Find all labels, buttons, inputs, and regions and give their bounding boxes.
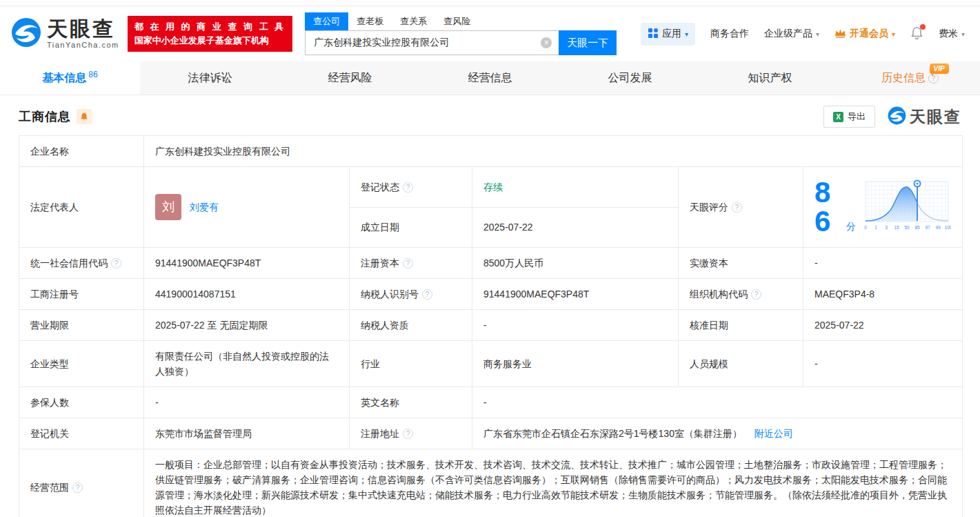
tick-97: 97 — [925, 225, 930, 230]
nav-open-vip[interactable]: 开通会员 ▾ — [834, 28, 895, 40]
tab-intellectual-property[interactable]: 知识产权 — [700, 61, 840, 95]
chevron-down-icon: ▾ — [816, 30, 819, 38]
taxpayer-quality-value: - — [472, 310, 679, 341]
reg-status-label: 登记状态 — [361, 182, 399, 193]
table-row: 统一社会信用代码 91441900MAEQF3P48T 注册资本 8500万人民… — [19, 248, 963, 279]
tianyancha-logo[interactable]: 天眼查 TianYanCha.com — [11, 17, 119, 50]
staff-size-label: 人员规模 — [679, 341, 803, 387]
search-tab-boss[interactable]: 查老板 — [348, 12, 392, 30]
help-icon[interactable] — [111, 258, 121, 269]
tick-15: 15 — [894, 225, 899, 230]
nav-user[interactable]: 费米 ▾ — [939, 28, 965, 40]
chevron-down-icon: ▾ — [892, 30, 895, 38]
credit-code-value: 91441900MAEQF3P48T — [144, 248, 350, 279]
logo-cn: 天眼查 — [47, 19, 119, 39]
username: 费米 — [939, 28, 958, 40]
credit-code-label-cell: 统一社会信用代码 — [19, 248, 144, 279]
credit-code-label: 统一社会信用代码 — [30, 257, 108, 269]
nav-apps-label: 应用 — [662, 28, 681, 40]
company-name-value: 广东创科建投实业控股有限公司 — [144, 136, 963, 167]
help-icon[interactable] — [403, 258, 413, 269]
tab-legal-litigation[interactable]: 法律诉讼 — [140, 61, 280, 95]
insured-label: 参保人数 — [19, 387, 144, 418]
chevron-down-icon: ▾ — [685, 30, 688, 38]
tab-operation-info[interactable]: 经营信息 — [420, 61, 560, 95]
status-badge: 存续 — [483, 182, 503, 193]
search-tab-company[interactable]: 查公司 — [305, 12, 348, 30]
search-tab-risk[interactable]: 查风险 — [435, 12, 479, 30]
tab-history-info-label: 历史信息 — [881, 71, 926, 86]
help-icon[interactable] — [732, 202, 742, 213]
top-strip — [0, 0, 980, 6]
score-unit: 分 — [846, 219, 856, 234]
help-icon[interactable] — [403, 429, 413, 439]
subscribe-bell-icon[interactable] — [77, 109, 92, 124]
nav-enterprise-label: 企业级产品 — [764, 28, 812, 40]
reg-status-value: 存续 — [472, 167, 679, 208]
legal-rep-avatar[interactable]: 刘 — [155, 194, 181, 220]
nav-enterprise[interactable]: 企业级产品 ▾ — [764, 28, 819, 40]
company-tabbar: 基本信息 86 法律诉讼 经营风险 经营信息 公司发展 知识产权 VIP 历史信… — [0, 61, 980, 95]
org-code-value: MAEQF3P4-8 — [803, 279, 963, 310]
search-input[interactable] — [305, 30, 559, 55]
business-scope-label: 经营范围 — [30, 482, 69, 493]
nearby-companies-link[interactable]: 附近公司 — [754, 428, 793, 439]
help-icon[interactable] — [72, 482, 83, 493]
search-button[interactable]: 天眼一下 — [559, 30, 617, 55]
business-term-label: 营业期限 — [19, 310, 144, 341]
taxpayer-id-label-cell: 纳税人识别号 — [350, 279, 472, 310]
nav-cooperation[interactable]: 商务合作 — [710, 28, 749, 40]
help-icon[interactable] — [403, 182, 413, 193]
table-row: 企业名称 广东创科建投实业控股有限公司 — [19, 136, 963, 167]
table-row: 企业类型 有限责任公司（非自然人投资或控股的法人独资） 行业 商务服务业 人员规… — [19, 341, 963, 387]
promo-banner: 都 在 用 的 商 业 查 询 工 具 国家中小企业发展子基金旗下机构 — [128, 16, 293, 52]
est-date-value: 2025-07-22 — [472, 207, 679, 248]
apps-grid-icon — [648, 28, 659, 41]
notification-bell-icon[interactable] — [910, 26, 923, 42]
industry-label: 行业 — [350, 341, 472, 387]
search-group: 查公司 查老板 查关系 查风险 天眼一下 — [305, 12, 617, 55]
approval-date-label: 核准日期 — [679, 310, 803, 341]
reg-number-value: 441900014087151 — [144, 279, 350, 310]
tianyancha-watermark-icon — [888, 106, 906, 128]
header: 天眼查 TianYanCha.com 都 在 用 的 商 业 查 询 工 具 国… — [0, 6, 980, 61]
legal-rep-link[interactable]: 刘爱有 — [190, 199, 219, 215]
notification-dot — [920, 24, 926, 30]
tab-basic-info[interactable]: 基本信息 86 — [0, 61, 140, 95]
org-code-label: 组织机构代码 — [690, 289, 748, 300]
est-date-label: 成立日期 — [350, 207, 472, 248]
reg-address-cell: 广东省东莞市企石镇企石东深路2号1号楼130室（集群注册） 附近公司 — [472, 418, 963, 449]
table-row: 经营范围 一般项目：企业总部管理；以自有资金从事投资活动；技术服务、技术开发、技… — [19, 449, 963, 517]
org-code-label-cell: 组织机构代码 — [679, 279, 803, 310]
search-tab-relation[interactable]: 查关系 — [392, 12, 435, 30]
chevron-down-icon: ▾ — [961, 30, 965, 38]
nav-apps[interactable]: 应用 ▾ — [641, 23, 695, 46]
export-button[interactable]: 导出 — [823, 106, 875, 128]
legal-rep-cell: 刘 刘爱有 — [144, 167, 350, 248]
crown-icon — [834, 28, 846, 40]
score-value: 86 — [814, 178, 842, 236]
tab-history-info[interactable]: VIP 历史信息 — [840, 61, 980, 95]
tab-basic-info-label: 基本信息 — [42, 71, 86, 86]
paid-capital-value: - — [803, 248, 963, 279]
vip-badge: VIP — [930, 64, 949, 74]
english-name-label: 英文名称 — [350, 387, 472, 418]
tick-1: 1 — [874, 225, 877, 230]
reg-address-value: 广东省东莞市企石镇企石东深路2号1号楼130室（集群注册） — [483, 428, 742, 439]
reg-capital-label-cell: 注册资本 — [350, 248, 472, 279]
watermark-text: 天眼查 — [910, 106, 961, 128]
help-icon[interactable] — [751, 289, 761, 300]
tab-company-development[interactable]: 公司发展 — [560, 61, 700, 95]
taxpayer-id-label: 纳税人识别号 — [361, 289, 419, 300]
business-info-table: 企业名称 广东创科建投实业控股有限公司 法定代表人 刘 刘爱有 登记状态 — [19, 135, 961, 517]
help-icon[interactable] — [422, 289, 432, 300]
tick-3: 3 — [885, 225, 888, 230]
business-scope-value: 一般项目：企业总部管理；以自有资金从事投资活动；技术服务、技术开发、技术咨询、技… — [144, 449, 963, 517]
insured-value: - — [144, 387, 350, 418]
search-row: 天眼一下 — [305, 30, 617, 55]
search-box — [305, 30, 559, 55]
tab-operation-risk[interactable]: 经营风险 — [280, 61, 420, 95]
export-label: 导出 — [848, 110, 866, 123]
tianyancha-company-page: 天眼查 TianYanCha.com 都 在 用 的 商 业 查 询 工 具 国… — [0, 0, 980, 517]
industry-value: 商务服务业 — [472, 341, 679, 387]
